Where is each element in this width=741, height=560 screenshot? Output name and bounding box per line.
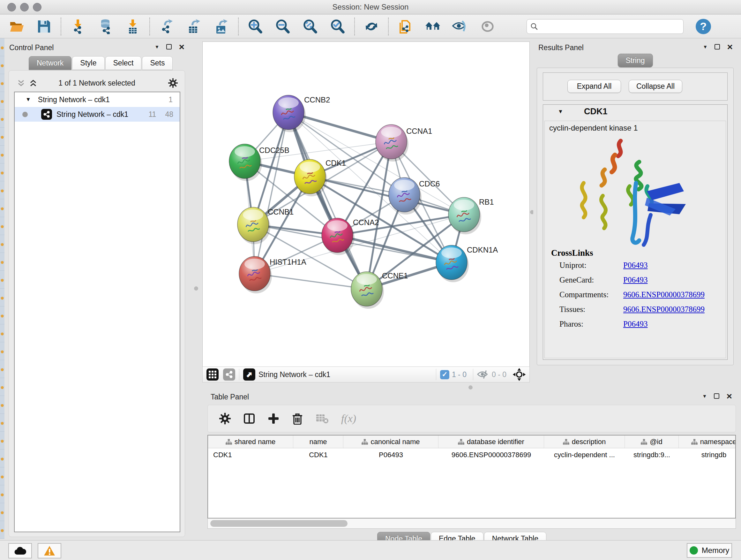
- panel-float-icon[interactable]: [714, 393, 719, 399]
- panel-menu-icon[interactable]: ▼: [702, 393, 707, 399]
- help-icon[interactable]: ?: [696, 19, 711, 34]
- column-header[interactable]: shared name: [208, 435, 293, 448]
- gene-expander-icon[interactable]: ▼: [558, 109, 563, 115]
- table-cell[interactable]: P06493: [343, 448, 439, 462]
- delete-table-icon[interactable]: [316, 413, 328, 424]
- table-cell[interactable]: CDK1: [293, 448, 343, 462]
- scrollbar-thumb[interactable]: [210, 520, 347, 527]
- network-share-icon[interactable]: [223, 368, 235, 381]
- hidden-items-eye-slash-icon[interactable]: [477, 370, 489, 379]
- crosslink-row: Pharos:P06493: [559, 320, 719, 334]
- tab-string[interactable]: String: [617, 54, 653, 67]
- save-session-icon[interactable]: [36, 18, 52, 35]
- network-edge[interactable]: [255, 112, 288, 273]
- show-all-icon[interactable]: [480, 18, 495, 35]
- selected-items-checkbox-icon[interactable]: ✓: [440, 370, 449, 379]
- crosslink-link[interactable]: 9606.ENSP00000378699: [623, 290, 704, 299]
- column-header[interactable]: namespace: [679, 435, 736, 448]
- table-row[interactable]: CDK1CDK1P064939606.ENSP00000378699cyclin…: [208, 448, 735, 462]
- tab-select[interactable]: Select: [105, 56, 142, 70]
- new-network-from-selection-icon[interactable]: [397, 18, 413, 35]
- table-horizontal-scrollbar[interactable]: [207, 518, 736, 529]
- zoom-in-icon[interactable]: [247, 18, 263, 35]
- zoom-out-icon[interactable]: [275, 18, 291, 35]
- memory-button[interactable]: Memory: [687, 543, 732, 558]
- panel-float-icon[interactable]: [166, 44, 172, 50]
- import-network-file-icon[interactable]: [70, 18, 86, 35]
- panel-menu-icon[interactable]: ▼: [155, 44, 159, 50]
- column-header[interactable]: @id: [625, 435, 679, 448]
- birdseye-view-icon[interactable]: ⬈: [243, 368, 255, 381]
- control-panel-title: Control Panel: [9, 44, 54, 52]
- network-canvas[interactable]: CCNB2CCNA1CDC25BCDK1CDC6RB1CCNB1CCNA2CDK…: [202, 42, 530, 367]
- delete-column-trash-icon[interactable]: [292, 413, 303, 425]
- apply-layout-icon[interactable]: [363, 18, 380, 35]
- column-header[interactable]: database identifier: [439, 435, 544, 448]
- table-cell[interactable]: 9606.ENSP00000378699: [439, 448, 544, 462]
- hide-selected-icon[interactable]: [452, 18, 468, 35]
- network-node[interactable]: [436, 245, 469, 282]
- node-label: CCNE1: [382, 271, 408, 280]
- open-session-icon[interactable]: [9, 18, 24, 35]
- horizontal-splitter-handle[interactable]: [468, 385, 473, 389]
- network-node[interactable]: [294, 159, 327, 196]
- crosslink-link[interactable]: P06493: [623, 275, 648, 284]
- expand-all-button[interactable]: Expand All: [567, 80, 621, 93]
- create-column-plus-icon[interactable]: [268, 413, 279, 424]
- panel-menu-icon[interactable]: ▼: [703, 44, 708, 50]
- tab-network[interactable]: Network: [29, 56, 71, 70]
- show-columns-icon[interactable]: [244, 413, 255, 424]
- network-graph[interactable]: CCNB2CCNA1CDC25BCDK1CDC6RB1CCNB1CCNA2CDK…: [203, 42, 530, 367]
- network-node[interactable]: [229, 144, 262, 181]
- import-table-file-icon[interactable]: [125, 18, 141, 35]
- export-table-icon[interactable]: [186, 18, 202, 35]
- panel-close-icon[interactable]: ×: [727, 44, 733, 50]
- panel-close-icon[interactable]: ×: [179, 44, 185, 50]
- fit-selected-crosshair-icon[interactable]: [512, 368, 526, 381]
- crosslink-row: GeneCard:P06493: [559, 275, 719, 290]
- network-node[interactable]: [376, 125, 408, 162]
- crosslink-link[interactable]: P06493: [623, 261, 648, 269]
- column-header[interactable]: canonical name: [343, 435, 439, 448]
- network-node[interactable]: [351, 272, 384, 309]
- panel-close-icon[interactable]: ×: [726, 393, 732, 399]
- export-image-icon[interactable]: [213, 18, 229, 35]
- zoom-fit-icon[interactable]: [302, 18, 318, 35]
- node-label: CDK1: [326, 159, 346, 167]
- network-row[interactable]: String Network – cdk1 11 48: [15, 107, 180, 122]
- function-builder-icon[interactable]: f(x): [341, 413, 356, 425]
- network-node[interactable]: [322, 218, 354, 255]
- crosslink-row: Tissues:9606.ENSP00000378699: [559, 305, 719, 320]
- table-cell[interactable]: cyclin-dependent ...: [544, 448, 625, 462]
- table-cell[interactable]: CDK1: [208, 448, 293, 462]
- network-options-gear-icon[interactable]: [168, 78, 178, 88]
- panel-float-icon[interactable]: [715, 44, 720, 50]
- crosslink-link[interactable]: P06493: [623, 320, 648, 328]
- column-header[interactable]: description: [544, 435, 625, 448]
- grid-view-icon[interactable]: [206, 368, 219, 381]
- vertical-splitter-handle[interactable]: [194, 287, 198, 291]
- results-panel-title: Results Panel: [538, 44, 584, 52]
- network-node[interactable]: [273, 95, 306, 132]
- zoom-selected-icon[interactable]: [330, 18, 346, 35]
- search-input[interactable]: [538, 20, 680, 33]
- cloud-status-button[interactable]: [8, 543, 32, 558]
- tree-expander-icon[interactable]: ▼: [25, 97, 31, 103]
- import-network-database-icon[interactable]: [97, 18, 113, 35]
- first-neighbors-icon[interactable]: [425, 18, 441, 35]
- network-node[interactable]: [448, 197, 481, 234]
- tab-style[interactable]: Style: [72, 56, 105, 70]
- collapse-all-button[interactable]: Collapse All: [629, 80, 682, 93]
- crosslink-link[interactable]: 9606.ENSP00000378699: [623, 305, 704, 314]
- network-node[interactable]: [239, 256, 272, 294]
- column-header[interactable]: name: [293, 435, 343, 448]
- control-panel: Control Panel ▼ × Network Style Select S…: [5, 42, 189, 539]
- export-network-icon[interactable]: [158, 18, 175, 35]
- table-options-gear-icon[interactable]: [219, 413, 231, 424]
- tab-sets[interactable]: Sets: [142, 56, 173, 70]
- table-cell[interactable]: stringdb: [679, 448, 736, 462]
- table-cell[interactable]: stringdb:9...: [625, 448, 679, 462]
- node-label: RB1: [479, 198, 494, 206]
- network-collection-row[interactable]: ▼ String Network – cdk1 1: [15, 92, 180, 107]
- warning-status-button[interactable]: [38, 543, 61, 558]
